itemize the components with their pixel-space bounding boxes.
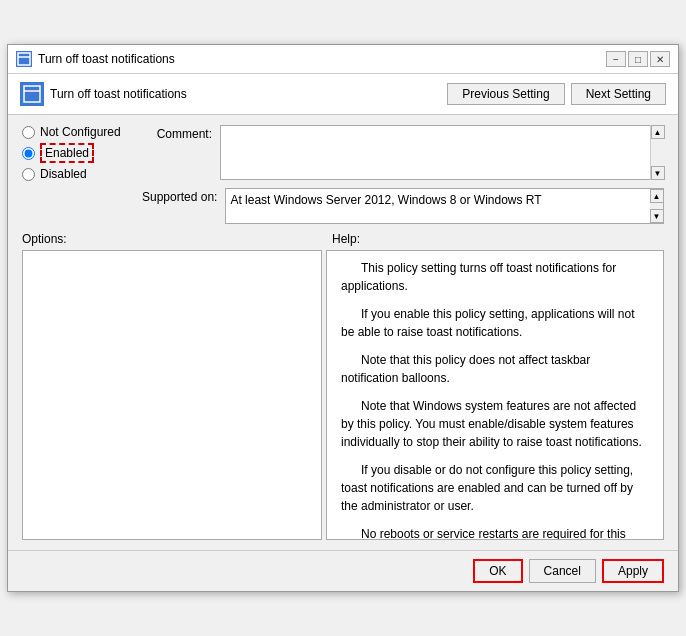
- disabled-label: Disabled: [40, 167, 87, 181]
- comment-row: Comment: ▲ ▼: [142, 125, 664, 180]
- help-header: Help:: [332, 232, 360, 246]
- header-title: Turn off toast notifications: [50, 87, 187, 101]
- enabled-label: Enabled: [40, 143, 94, 163]
- cancel-button[interactable]: Cancel: [529, 559, 596, 583]
- comment-scrollbar: ▲ ▼: [650, 125, 664, 180]
- supported-label: Supported on:: [142, 188, 217, 204]
- disabled-option[interactable]: Disabled: [22, 167, 132, 181]
- options-header: Options:: [22, 232, 332, 246]
- not-configured-label: Not Configured: [40, 125, 121, 139]
- disabled-radio[interactable]: [22, 168, 35, 181]
- ok-button[interactable]: OK: [473, 559, 522, 583]
- previous-setting-button[interactable]: Previous Setting: [447, 83, 564, 105]
- svg-rect-0: [18, 53, 30, 65]
- svg-rect-2: [24, 86, 40, 102]
- header-bar: Turn off toast notifications Previous Se…: [8, 74, 678, 115]
- help-p1: This policy setting turns off toast noti…: [341, 259, 649, 295]
- comment-textarea[interactable]: [220, 125, 650, 180]
- help-panel[interactable]: This policy setting turns off toast noti…: [326, 250, 664, 540]
- header-buttons: Previous Setting Next Setting: [447, 83, 666, 105]
- supported-scroll-up[interactable]: ▲: [650, 189, 664, 203]
- close-button[interactable]: ✕: [650, 51, 670, 67]
- header-left: Turn off toast notifications: [20, 82, 187, 106]
- help-p4: Note that Windows system features are no…: [341, 397, 649, 451]
- window-icon: [16, 51, 32, 67]
- help-p3: Note that this policy does not affect ta…: [341, 351, 649, 387]
- supported-scroll-down[interactable]: ▼: [650, 209, 664, 223]
- comment-label: Comment:: [142, 125, 212, 141]
- title-bar-left: Turn off toast notifications: [16, 51, 175, 67]
- help-p5: If you disable or do not configure this …: [341, 461, 649, 515]
- supported-value: At least Windows Server 2012, Windows 8 …: [225, 188, 650, 224]
- comment-scroll-up[interactable]: ▲: [651, 125, 665, 139]
- enabled-option[interactable]: Enabled: [22, 143, 132, 163]
- supported-row: Supported on: At least Windows Server 20…: [142, 188, 664, 224]
- minimize-button[interactable]: −: [606, 51, 626, 67]
- options-panel: [22, 250, 322, 540]
- supported-field-wrapper: At least Windows Server 2012, Windows 8 …: [225, 188, 664, 224]
- right-section: Comment: ▲ ▼ Supported on: At leas: [142, 125, 664, 224]
- radio-group: Not Configured Enabled Disabled: [22, 125, 132, 224]
- title-bar: Turn off toast notifications − □ ✕: [8, 45, 678, 74]
- comment-field-wrapper: ▲ ▼: [220, 125, 664, 180]
- supported-scrollbar: ▲ ▼: [650, 188, 664, 224]
- apply-button[interactable]: Apply: [602, 559, 664, 583]
- supported-suffix: , Windows 8 or Windows RT: [391, 193, 542, 207]
- not-configured-option[interactable]: Not Configured: [22, 125, 132, 139]
- title-controls: − □ ✕: [606, 51, 670, 67]
- supported-prefix: At least: [230, 193, 273, 207]
- window-title: Turn off toast notifications: [38, 52, 175, 66]
- comment-scroll-down[interactable]: ▼: [651, 166, 665, 180]
- header-icon: [20, 82, 44, 106]
- bottom-panels: This policy setting turns off toast noti…: [22, 250, 664, 540]
- next-setting-button[interactable]: Next Setting: [571, 83, 666, 105]
- comment-scroll-area: [651, 139, 664, 166]
- footer: OK Cancel Apply: [8, 550, 678, 591]
- enabled-radio[interactable]: [22, 147, 35, 160]
- help-p2: If you enable this policy setting, appli…: [341, 305, 649, 341]
- section-headers: Options: Help:: [22, 232, 664, 246]
- help-p6: No reboots or service restarts are requi…: [341, 525, 649, 540]
- content-area: Not Configured Enabled Disabled Comment:: [8, 115, 678, 550]
- supported-bold: Windows Server 2012: [274, 193, 391, 207]
- maximize-button[interactable]: □: [628, 51, 648, 67]
- not-configured-radio[interactable]: [22, 126, 35, 139]
- top-section: Not Configured Enabled Disabled Comment:: [22, 125, 664, 224]
- main-window: Turn off toast notifications − □ ✕ Turn …: [7, 44, 679, 592]
